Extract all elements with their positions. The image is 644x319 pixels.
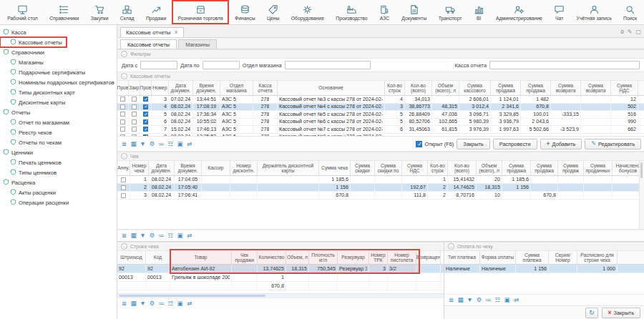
collapse-icon[interactable]: − [121,73,127,79]
sidebar-item[interactable]: Отчеты по чекам [0,137,117,147]
sidebar-item[interactable]: Номиналы подарочных сертификатов [0,77,117,87]
list-view-icon[interactable]: ≣ [447,297,455,303]
column-header[interactable]: Сумма проданных [584,161,613,175]
column-header[interactable]: Сумма возврата [581,81,611,95]
sidebar-group-label[interactable]: Касса [0,27,117,37]
unchecked-checkbox-icon[interactable] [120,97,125,102]
export-icon[interactable]: ⇄ [512,297,520,303]
column-header[interactable]: Держатель дисконтной карты [258,161,319,175]
column-header[interactable]: Сумма продажа [502,161,531,175]
column-header[interactable]: Сумма платежа [516,251,549,264]
column-header[interactable]: Сумма кассового [459,81,491,95]
column-header[interactable]: Сумма возврата [551,81,581,95]
table-row[interactable]: 670,8 [117,282,444,290]
column-header[interactable]: Чек продажи [232,251,258,264]
copy-icon[interactable]: ▣ [176,232,184,239]
sort-icon[interactable]: ≔ [157,232,165,239]
unpost-button[interactable]: Распровести [493,139,537,149]
sidebar-item[interactable]: Отчет по магазинам [0,117,117,127]
column-header[interactable]: Сумма чека [319,161,351,175]
sidebar-group-label[interactable]: Ценники [0,147,117,157]
column-header[interactable]: Пров [117,81,129,95]
close-panel-button[interactable]: ×Закрыть [602,308,640,318]
toolbar-item-retail[interactable]: Розничная торговля [172,0,228,24]
grid-view-icon[interactable]: ▦ [130,232,137,239]
column-header[interactable]: Сумма НДС [402,161,428,175]
toolbar-item-gas-station[interactable]: АЗС [374,0,396,24]
toolbar-item-transport[interactable]: Транспорт [433,0,468,24]
column-header[interactable]: Анну. [117,161,130,175]
checked-checkbox-icon[interactable] [143,104,148,109]
checked-checkbox-icon[interactable] [143,127,148,132]
sidebar-item[interactable]: Кассовые отчеты [0,37,67,47]
filter-icon[interactable]: ▼ [139,300,147,307]
column-header[interactable]: Сумма продажа [531,161,558,175]
settings-icon[interactable]: ⚙ [148,300,156,307]
table-row[interactable]: 508.02.2417:36:34АЗС 5278Кассовый отчет … [117,111,644,119]
copy-icon[interactable]: ▣ [503,297,511,303]
copy-icon[interactable]: ▣ [176,141,184,147]
table-row[interactable]: НаличныеНаличные1 1561 000 [444,265,644,273]
filter-icon[interactable]: ▼ [139,141,147,147]
export-icon[interactable]: ⇄ [185,232,193,239]
column-header[interactable]: Номер пистолета [388,251,416,264]
table-row[interactable]: 208.02.2417:05:401 156192,67214,7462518,… [117,184,644,192]
column-header[interactable]: Сумма НДС [611,81,638,95]
sidebar-item[interactable]: Типы дисконтных карт [0,87,117,97]
column-header[interactable]: Возвращен [416,251,441,264]
unchecked-checkbox-icon[interactable] [132,112,137,117]
vertical-scrollbar[interactable] [639,161,644,229]
column-header[interactable]: Расписано для строки чека [577,251,618,264]
unchecked-checkbox-icon[interactable] [121,193,126,198]
refresh-button[interactable]: ↻ [585,308,598,318]
column-header[interactable]: Сумма продаж [558,161,584,175]
subtab-1[interactable]: Магазины [178,39,217,49]
copy-icon[interactable]: ▣ [176,300,184,307]
column-header[interactable]: Кассир [202,161,230,175]
column-header[interactable]: Пров [140,81,152,95]
edit-button[interactable]: ✎Редактировать [585,139,641,149]
table-row[interactable]: 108.02.2417:04:051 185,6115,41432201 185… [117,176,644,184]
column-header[interactable]: Номер чека [130,161,149,175]
table-row[interactable]: 307.02.2413:44:51АЗС 5278Кассовый отчет … [117,96,644,104]
table-row[interactable]: 308.02.2417:06:41670,8111,828,7071610670… [117,192,644,200]
collapse-icon[interactable]: − [121,243,127,250]
settings-icon[interactable]: ⚙ [148,141,156,147]
grid-view-icon[interactable]: ▦ [130,300,137,307]
unchecked-checkbox-icon[interactable] [132,97,137,102]
sidebar-item[interactable]: Дисконтные карты [0,97,117,107]
toolbar-item-documents[interactable]: Документы [396,0,432,24]
export-icon[interactable]: ⇄ [185,300,193,307]
column-header[interactable]: Код [146,251,170,264]
checked-checkbox-icon[interactable] [143,97,148,102]
toolbar-item-administration[interactable]: Администрирование [490,0,548,24]
checked-checkbox-icon[interactable] [143,112,148,117]
column-header[interactable]: Кол-во (всего) [405,81,432,95]
checked-checkbox-icon[interactable] [143,119,148,124]
column-header[interactable]: Номер [152,81,169,95]
toolbar-item-prices[interactable]: Цены [261,0,286,24]
collapse-icon[interactable]: − [121,153,127,160]
grid-view-icon[interactable]: ▦ [130,141,137,147]
column-header[interactable]: Плотность кг/л [309,251,338,264]
grid-view-icon[interactable]: ▦ [457,297,464,303]
toolbar-item-desktop[interactable]: Рабочий стол [1,0,44,24]
settings-icon[interactable]: ⚙ [148,232,156,239]
close-report-button[interactable]: Закрыть [457,139,489,149]
column-header[interactable]: Основание [278,81,385,95]
filter-icon[interactable]: ▼ [466,297,474,303]
columns-icon[interactable]: ☷ [494,297,502,303]
columns-icon[interactable]: ☷ [167,141,175,147]
unchecked-checkbox-icon[interactable] [120,127,125,132]
column-header[interactable]: Сумма продажа [521,81,551,95]
column-header[interactable]: Товар [170,251,232,264]
sidebar-item[interactable]: Типы ценников [0,167,117,177]
column-header[interactable]: Тип платежа [444,251,480,264]
column-header[interactable]: Закр [129,81,140,95]
sort-icon[interactable]: ≔ [157,300,165,307]
column-header[interactable]: Кол-во строк [428,161,448,175]
sort-icon[interactable]: ≔ [484,297,492,303]
settings-icon[interactable]: ⚙ [475,297,483,303]
list-view-icon[interactable]: ≣ [120,232,128,239]
column-header[interactable]: Дата докумен. [169,81,193,95]
